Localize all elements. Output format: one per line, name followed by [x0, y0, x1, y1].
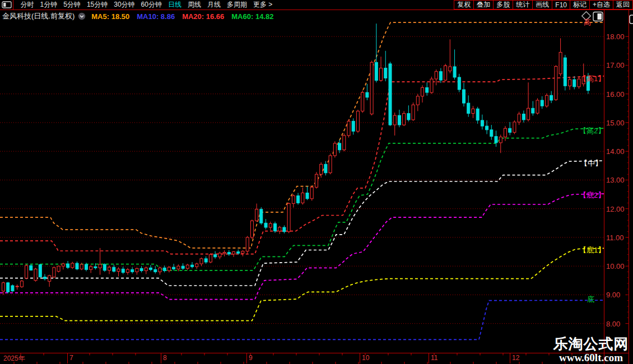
ma-value-MA60: MA60: 14.82 — [231, 12, 273, 21]
ma-value-MA10: MA10: 8.86 — [137, 12, 175, 21]
tab-多周期[interactable]: 多周期 — [227, 0, 247, 10]
price-label-8.00: 8.00 — [606, 320, 620, 328]
button-返回[interactable]: 返回 — [613, 0, 633, 10]
band-label-di2: 【底2】 — [579, 190, 604, 200]
ma-value-MA20: MA20: 16.66 — [182, 12, 224, 21]
price-label-15.00: 15.00 — [606, 119, 625, 127]
button-叠加[interactable]: 叠加 — [473, 0, 493, 10]
watermark-url: www.60lt.com — [549, 352, 633, 363]
band-label-zhong: 【中】 — [580, 158, 602, 169]
price-label-17.00: 17.00 — [606, 61, 625, 69]
tab-分时[interactable]: 分时 — [21, 0, 34, 10]
price-label-18.00: 18.00 — [606, 32, 625, 41]
ma-value-MA5: MA5: 18.50 — [91, 12, 129, 21]
band-label-di: 底 — [587, 295, 594, 305]
price-label-12.00: 12.00 — [606, 205, 625, 213]
stock-app-window: { "menu": { "items": [ {"label":"分时","ac… — [0, 0, 633, 364]
price-label-14.00: 14.00 — [606, 147, 625, 156]
edge-panel-icon[interactable] — [630, 15, 633, 24]
ma-values: MA5: 18.50MA10: 8.86MA20: 16.66MA60: 14.… — [91, 12, 281, 21]
menu-bar: 分时1分钟5分钟15分钟30分钟60分钟日线周线月线多周期更多 > 复权叠加多股… — [0, 0, 633, 10]
tab-15分钟[interactable]: 15分钟 — [87, 0, 108, 10]
price-label-16.00: 16.00 — [606, 90, 625, 99]
band-line-labels: 高【高1】【高2】【中】【底2】【底1】底 — [0, 0, 604, 364]
tab-60分钟[interactable]: 60分钟 — [141, 0, 162, 10]
button-+自选[interactable]: +自选 — [589, 0, 613, 10]
band-label-gao2: 【高2】 — [579, 126, 604, 136]
price-label-13.00: 13.00 — [606, 176, 625, 184]
chevron-down-circle-icon[interactable] — [78, 12, 86, 20]
tab-1分钟[interactable]: 1分钟 — [40, 0, 58, 10]
watermark-site-name: 乐淘公式网 — [549, 335, 633, 352]
tab-月线[interactable]: 月线 — [207, 0, 221, 10]
watermark: 乐淘公式网 www.60lt.com — [549, 335, 633, 363]
tab-5分钟[interactable]: 5分钟 — [63, 0, 81, 10]
button-F10[interactable]: F10 — [552, 0, 570, 10]
button-多股[interactable]: 多股 — [493, 0, 513, 10]
tab-日线[interactable]: 日线 — [168, 0, 181, 10]
band-label-di1: 【底1】 — [579, 245, 604, 255]
tab-更多 >[interactable]: 更多 > — [253, 0, 272, 10]
toolbar-buttons: 复权叠加多股统计画线F10标记+自选返回 — [454, 0, 633, 10]
period-tabs: 分时1分钟5分钟15分钟30分钟60分钟日线周线月线多周期更多 > — [17, 0, 276, 10]
price-label-9.00: 9.00 — [606, 291, 620, 299]
button-统计[interactable]: 统计 — [513, 0, 532, 10]
tab-周线[interactable]: 周线 — [188, 0, 201, 10]
price-label-10.00: 10.00 — [606, 262, 625, 270]
tab-30分钟[interactable]: 30分钟 — [114, 0, 134, 10]
button-画线[interactable]: 画线 — [532, 0, 552, 10]
title-bar: 金风科技(日线.前复权) MA5: 18.50MA10: 8.86MA20: 1… — [0, 11, 281, 22]
button-复权[interactable]: 复权 — [454, 0, 473, 10]
band-label-gao: 高 — [584, 17, 591, 27]
button-标记[interactable]: 标记 — [570, 0, 589, 10]
band-label-gao1: 【高1】 — [579, 74, 604, 84]
stock-title: 金风科技(日线.前复权) — [2, 11, 75, 21]
price-label-11.00: 11.00 — [606, 234, 624, 242]
window-layout-icon[interactable] — [0, 0, 13, 10]
